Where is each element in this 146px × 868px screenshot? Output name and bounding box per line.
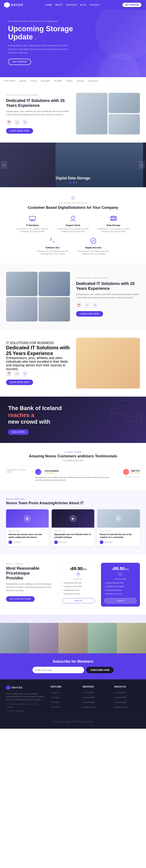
nav-blog[interactable]: BLOG [80,4,86,6]
footer-link-about[interactable]: • About Us [51,691,59,693]
pricing-btn-premium[interactable]: SIGN UP [104,598,137,603]
pricing-feature-p4: arriving for success [104,592,137,596]
slider-image-container: Digital Data Storage [0,143,146,187]
site-header: NOVOS HOME ABOUT SERVICES BLOG CONTACT G… [0,0,146,10]
service-card-storage: Data Storage Entrepreneurs, pros, athlet… [95,215,132,233]
nav-contact[interactable]: CONTACT [89,4,100,6]
logo-area[interactable]: NOVOS [4,2,23,8]
blog-author-2: JB Borgner [54,540,92,544]
pricing-clock-icon: ⏱ [62,572,95,577]
slider-dot-1[interactable] [69,182,72,183]
pricing-features-premium: Appropriate and most excelled in their f… [104,581,137,596]
it2-icons-row: ⏰ ⚡ ✓ [76,302,140,308]
footer-link-team[interactable]: • Our Team [51,701,60,703]
footer-link-r4[interactable]: • Digital Security [114,706,127,708]
storage-desc: Entrepreneurs, pros, athletes and other … [95,228,132,233]
banner-cta-button[interactable]: SEE & MORE [8,429,29,435]
pricing-cta-button[interactable]: GET STARTED TODAY [6,596,35,602]
blog-tag: NOVOS ARTICLES [6,498,140,500]
office-image-2 [108,93,140,113]
footer-link-support[interactable]: • Support Desk [82,696,95,699]
partner-5: PeDor [66,80,73,82]
slider-next-button[interactable]: › [139,161,145,168]
blog-date-2: March 30, 2019 [54,530,92,532]
footer-explore-title: EXPLORE [51,685,76,688]
footer-link-news[interactable]: • Our News [51,706,60,708]
pricing-btn-basic[interactable]: SIGN UP [62,598,95,603]
storage-icon [109,215,118,222]
security-desc: Entrepreneurs, pros, athletes and other … [75,250,112,255]
footer-bottom: © 2019 Novos. Support & Technical Suppor… [6,717,140,722]
pricing-description: Entrepreneurs, pros, athletes and other … [6,583,55,592]
pricing-left: PRICE / UNIQUE Most Reasonable PriceUniq… [6,563,55,607]
pricing-plan-name-basic: Basic Plan [62,578,95,580]
footer-link-r1[interactable]: • IT Hardware [114,691,125,693]
nav-about[interactable]: ABOUT [55,4,63,6]
blog-card-2: ▶ March 30, 2019 Appropriate and cost ef… [52,509,94,547]
team-photo-4 [87,623,117,653]
partner-4: FILSRE [54,80,62,82]
footer-link-storage[interactable]: • Data Storage [82,701,95,703]
hardware-desc: Entrepreneurs, pros, athletes and other … [14,228,51,233]
nav-services[interactable]: SERVICES [66,4,77,6]
pricing-shield-icon: 🛡 [104,572,137,577]
it2-img-2 [39,272,70,296]
dedicated-cta-button[interactable]: LEARN MORE HERE [6,379,33,385]
footer-services-title: SERVICES [82,685,108,688]
blog-play-icon-2[interactable]: ▶ [70,515,77,522]
it-solutions-cta-button[interactable]: LEARN MORE HERE [6,128,33,134]
services-tag: SOLUTIONS FOR PRINTING [6,202,140,204]
testimonials-tag-icon: ⬡ [64,451,66,453]
partner-7: Para acer [88,80,99,82]
footer-top: NOVOS When someone who shares informatio… [6,685,140,712]
subscribe-email-input[interactable] [32,667,84,673]
dedicated-bottom-image [76,338,140,389]
footer-link-blog[interactable]: • Our Blog [51,696,59,699]
blog-play-icon-1[interactable]: ▶ [24,515,31,522]
it2-cta-button[interactable]: LEARN MORE HERE [76,311,103,317]
blog-title: Novos Team Posts AmazingArticles About I… [6,501,140,505]
testimonial-2-stars: ★★★★★ [131,472,140,474]
office-image-3 [108,114,140,134]
footer-link-r3[interactable]: • Data Storage [114,701,126,703]
blog-author-1: JB Borgner [8,540,46,544]
header-cta-button[interactable]: GET STARTED [122,2,142,7]
slider-dots [0,182,146,183]
it2-title: Dedicated IT Solutions with 25 Years Exp… [76,281,140,291]
footer-reach-list: • IT Hardware • Support Desk • Data Stor… [114,690,140,709]
team-photo-2 [29,623,59,653]
lightning-icon: ⚡ [14,119,20,125]
slider-prev-button[interactable]: ‹ [1,161,7,168]
footer-link-security[interactable]: • Digital Security [82,706,96,708]
it-solutions-text: IT SOLUTIONS FOR BUSINESS Dedicated IT S… [6,94,70,134]
testimonials-section: ⬡ HAPPY MINDS Amazing Novos Customers an… [0,443,146,490]
slider-dot-3[interactable] [76,182,77,183]
subscribe-button[interactable]: SUBSCRIBE NOW [86,667,114,673]
pricing-feature-p2: excelled in their fields [104,585,137,588]
it-icons-row: ⏰ ⚡ ✓ [6,119,70,125]
testimonials-tag: ⬡ HAPPY MINDS [6,451,140,453]
nav-home[interactable]: HOME [45,4,52,6]
blog-play-icon-3[interactable]: ▶ [115,515,122,522]
it-solutions-2-text: IT SOLUTIONS FOR BUSINESS Dedicated IT S… [76,277,140,317]
team-photo-1 [0,623,29,653]
banner-decoration [85,397,146,443]
blog-date-3: March 30, 2019 [100,530,138,532]
ded-icon-3: ✓ [22,371,28,376]
footer-logo-icon [6,685,10,690]
subscribe-title: Subscribe for Members [6,659,140,664]
blog-content-1: March 30, 2019 Internal and remote users… [6,528,49,547]
pricing-feature-1: Appropriate and most [62,581,95,585]
check-icon: ✓ [22,119,28,125]
subscribe-section: Subscribe for Members SUBSCRIBE NOW [0,653,146,679]
hero-section: We create beautiful environment for the … [0,10,146,77]
footer-link-hardware[interactable]: • IT Hardware [82,691,94,693]
subscribe-form: SUBSCRIBE NOW [32,667,114,673]
blog-img-1: ▶ [6,509,49,528]
slider-dot-2[interactable] [73,182,75,183]
footer-link-r2[interactable]: • Support Desk [114,696,126,699]
hero-cta-button[interactable]: GET STARTED [8,59,31,65]
main-nav: HOME ABOUT SERVICES BLOG CONTACT [45,4,100,6]
pricing-title: Most Reasonable PriceUnique Provides [6,566,47,581]
it2-img-3 [6,297,38,321]
